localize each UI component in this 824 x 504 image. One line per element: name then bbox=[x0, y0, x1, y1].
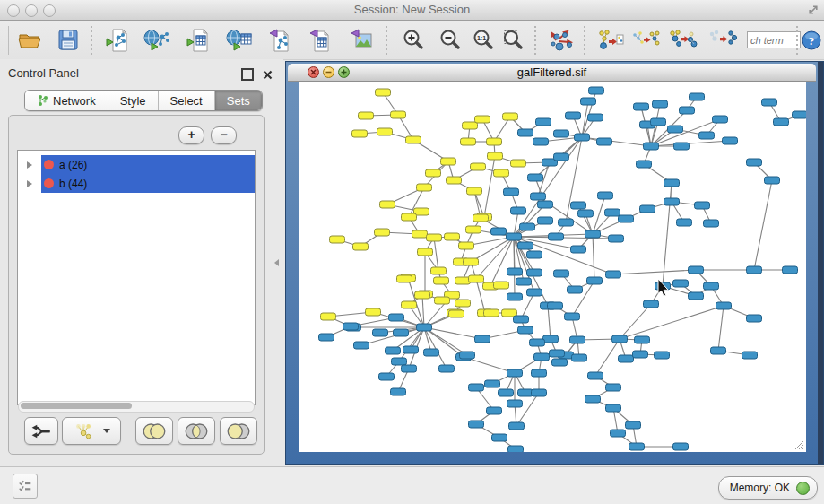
graph-node[interactable] bbox=[518, 242, 533, 249]
graph-edge[interactable] bbox=[718, 306, 724, 351]
horizontal-scrollbar[interactable] bbox=[18, 401, 255, 413]
expander-icon[interactable] bbox=[27, 180, 32, 187]
zoom-actual-size-button[interactable]: 1:1 bbox=[468, 24, 499, 56]
task-history-button[interactable] bbox=[13, 474, 38, 499]
graph-node[interactable] bbox=[507, 369, 523, 377]
graph-node[interactable] bbox=[677, 219, 692, 226]
graph-node[interactable] bbox=[343, 323, 359, 330]
graph-node[interactable] bbox=[511, 160, 526, 167]
graph-node[interactable] bbox=[507, 268, 523, 275]
graph-node[interactable] bbox=[640, 205, 655, 213]
graph-node[interactable] bbox=[532, 389, 547, 396]
graph-node[interactable] bbox=[581, 98, 596, 105]
graph-node[interactable] bbox=[619, 355, 634, 362]
graph-node[interactable] bbox=[391, 388, 406, 395]
graph-node[interactable] bbox=[389, 314, 404, 321]
title-bar[interactable]: Session: New Session bbox=[0, 0, 824, 21]
graph-node[interactable] bbox=[455, 300, 471, 307]
network-view-window[interactable]: galFiltered.sif bbox=[285, 61, 824, 465]
graph-node[interactable] bbox=[455, 277, 471, 284]
graph-edge[interactable] bbox=[490, 237, 514, 286]
graph-node[interactable] bbox=[514, 316, 529, 323]
graph-node[interactable] bbox=[485, 380, 500, 387]
graph-node[interactable] bbox=[566, 112, 581, 119]
graph-node[interactable] bbox=[439, 365, 455, 372]
graph-node[interactable] bbox=[376, 89, 391, 96]
graph-node[interactable] bbox=[793, 111, 807, 118]
graph-node[interactable] bbox=[469, 421, 484, 428]
float-panel-icon[interactable] bbox=[241, 68, 254, 81]
graph-node[interactable] bbox=[695, 202, 710, 209]
graph-edge[interactable] bbox=[593, 196, 605, 234]
graph-node[interactable] bbox=[588, 372, 603, 379]
import-network-url-button[interactable] bbox=[142, 24, 172, 56]
zoom-in-button[interactable] bbox=[398, 24, 429, 56]
graph-node[interactable] bbox=[392, 358, 407, 365]
graph-node[interactable] bbox=[435, 297, 450, 304]
graph-node[interactable] bbox=[402, 213, 417, 221]
graph-node[interactable] bbox=[619, 215, 634, 222]
graph-node[interactable] bbox=[549, 233, 564, 240]
graph-node[interactable] bbox=[531, 193, 546, 200]
graph-node[interactable] bbox=[747, 159, 762, 166]
graph-node[interactable] bbox=[532, 369, 547, 377]
graph-node[interactable] bbox=[330, 236, 345, 243]
graph-node[interactable] bbox=[449, 310, 464, 317]
graph-node[interactable] bbox=[533, 138, 549, 145]
graph-edge[interactable] bbox=[516, 393, 539, 426]
graph-node[interactable] bbox=[467, 187, 482, 195]
graph-node[interactable] bbox=[518, 389, 533, 396]
graph-node[interactable] bbox=[713, 116, 728, 123]
graph-node[interactable] bbox=[431, 267, 447, 274]
graph-node[interactable] bbox=[538, 217, 553, 224]
graph-node[interactable] bbox=[494, 282, 509, 289]
graph-node[interactable] bbox=[651, 118, 666, 126]
graph-node[interactable] bbox=[499, 389, 514, 396]
graph-edge[interactable] bbox=[613, 270, 696, 274]
graph-edge[interactable] bbox=[514, 237, 515, 297]
graph-node[interactable] bbox=[589, 87, 604, 94]
graph-node[interactable] bbox=[612, 335, 628, 343]
apply-layout-button[interactable] bbox=[547, 24, 577, 56]
graph-node[interactable] bbox=[488, 152, 503, 160]
graph-node[interactable] bbox=[534, 353, 550, 361]
graph-node[interactable] bbox=[391, 111, 406, 118]
graph-node[interactable] bbox=[484, 309, 499, 317]
graph-node[interactable] bbox=[633, 351, 648, 358]
dropdown-caret-icon[interactable] bbox=[103, 429, 110, 433]
export-network-button[interactable] bbox=[265, 24, 295, 56]
help-button[interactable]: ? bbox=[800, 24, 823, 56]
graph-node[interactable] bbox=[491, 228, 507, 235]
graph-node[interactable] bbox=[536, 118, 551, 126]
graph-node[interactable] bbox=[511, 207, 526, 214]
graph-node[interactable] bbox=[417, 324, 432, 331]
graph-node[interactable] bbox=[447, 177, 462, 184]
graph-node[interactable] bbox=[747, 266, 762, 274]
graph-node[interactable] bbox=[427, 234, 442, 241]
graph-node[interactable] bbox=[380, 201, 395, 208]
graph-node[interactable] bbox=[762, 99, 777, 106]
graph-node[interactable] bbox=[509, 422, 525, 430]
graph-node[interactable] bbox=[354, 342, 369, 349]
graph-node[interactable] bbox=[366, 308, 381, 316]
graph-node[interactable] bbox=[461, 138, 476, 145]
graph-node[interactable] bbox=[379, 373, 395, 380]
add-set-button[interactable]: + bbox=[178, 126, 204, 144]
graph-node[interactable] bbox=[554, 130, 569, 137]
graph-node[interactable] bbox=[673, 443, 689, 450]
graph-node[interactable] bbox=[655, 352, 670, 359]
graph-node[interactable] bbox=[507, 233, 522, 240]
graph-node[interactable] bbox=[572, 354, 587, 361]
splitter-collapse-handle[interactable] bbox=[274, 259, 279, 266]
split-set-button[interactable] bbox=[24, 417, 58, 445]
graph-node[interactable] bbox=[426, 169, 441, 177]
graph-edge[interactable] bbox=[424, 327, 447, 369]
graph-node[interactable] bbox=[394, 329, 409, 336]
graph-node[interactable] bbox=[554, 153, 569, 161]
graph-node[interactable] bbox=[605, 209, 620, 216]
tab-select[interactable]: Select bbox=[159, 91, 215, 110]
graph-node[interactable] bbox=[406, 136, 421, 143]
tab-sets[interactable]: Sets bbox=[215, 91, 262, 110]
graph-node[interactable] bbox=[629, 443, 645, 450]
union-sets-button[interactable] bbox=[135, 417, 173, 445]
